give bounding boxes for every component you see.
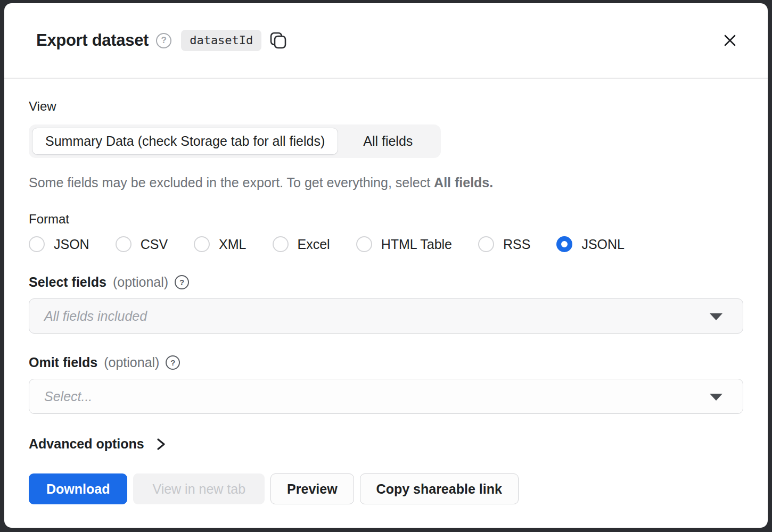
format-radio-csv[interactable]: CSV bbox=[116, 236, 168, 252]
export-dataset-modal: Export dataset ? datasetId View bbox=[4, 3, 768, 528]
format-label: Format bbox=[29, 212, 743, 227]
modal-title: Export dataset bbox=[36, 31, 149, 50]
view-option-label: Summary Data (check Storage tab for all … bbox=[45, 134, 325, 149]
format-radio-rss[interactable]: RSS bbox=[478, 236, 530, 252]
note-text: Some fields may be excluded in the expor… bbox=[29, 175, 434, 190]
title-help-icon[interactable]: ? bbox=[156, 33, 171, 48]
note-strong-text: All fields. bbox=[434, 175, 493, 190]
caret-down-icon bbox=[710, 313, 722, 320]
view-label: View bbox=[29, 99, 743, 114]
close-button[interactable] bbox=[720, 30, 740, 51]
chevron-right-icon bbox=[155, 437, 167, 452]
format-radio-html-table[interactable]: HTML Table bbox=[356, 236, 452, 252]
download-button[interactable]: Download bbox=[29, 473, 127, 504]
view-option-all-fields[interactable]: All fields bbox=[338, 128, 438, 155]
radio-icon bbox=[273, 236, 289, 252]
copy-icon bbox=[269, 31, 288, 50]
copy-dataset-id-button[interactable] bbox=[269, 31, 288, 50]
close-icon bbox=[722, 32, 738, 48]
select-fields-placeholder: All fields included bbox=[44, 309, 147, 324]
select-fields-optional: (optional) bbox=[113, 275, 168, 290]
modal-header: Export dataset ? datasetId bbox=[4, 3, 768, 79]
format-radio-group: JSON CSV XML Excel HTML Table RSS bbox=[29, 236, 743, 252]
select-fields-label-row: Select fields (optional) ? bbox=[29, 275, 743, 290]
radio-icon bbox=[194, 236, 210, 252]
select-fields-dropdown[interactable]: All fields included bbox=[29, 298, 743, 334]
radio-icon bbox=[478, 236, 494, 252]
advanced-options-label: Advanced options bbox=[29, 436, 144, 452]
view-in-new-tab-button[interactable]: View in new tab bbox=[133, 473, 265, 504]
radio-icon bbox=[356, 236, 372, 252]
dataset-id-badge: datasetId bbox=[181, 30, 261, 51]
format-radio-jsonl[interactable]: JSONL bbox=[556, 236, 625, 252]
modal-body: View Summary Data (check Storage tab for… bbox=[4, 79, 768, 504]
view-option-label: All fields bbox=[363, 134, 413, 149]
format-radio-xml[interactable]: XML bbox=[194, 236, 246, 252]
format-radio-excel[interactable]: Excel bbox=[273, 236, 330, 252]
select-fields-help-icon[interactable]: ? bbox=[175, 275, 189, 289]
view-segmented-control: Summary Data (check Storage tab for all … bbox=[29, 124, 441, 158]
omit-fields-label: Omit fields bbox=[29, 355, 97, 370]
omit-fields-help-icon[interactable]: ? bbox=[166, 355, 180, 370]
select-fields-label: Select fields bbox=[29, 275, 106, 290]
preview-button[interactable]: Preview bbox=[270, 473, 354, 504]
view-option-summary-data[interactable]: Summary Data (check Storage tab for all … bbox=[32, 128, 338, 155]
action-buttons-row: Download View in new tab Preview Copy sh… bbox=[29, 473, 743, 504]
view-note: Some fields may be excluded in the expor… bbox=[29, 175, 743, 190]
omit-fields-optional: (optional) bbox=[104, 355, 159, 370]
omit-fields-dropdown[interactable]: Select... bbox=[29, 379, 743, 414]
radio-icon bbox=[29, 236, 45, 252]
radio-icon bbox=[556, 236, 572, 252]
caret-down-icon bbox=[710, 394, 722, 401]
advanced-options-toggle[interactable]: Advanced options bbox=[29, 436, 167, 452]
omit-fields-label-row: Omit fields (optional) ? bbox=[29, 355, 743, 370]
format-radio-json[interactable]: JSON bbox=[29, 236, 89, 252]
omit-fields-placeholder: Select... bbox=[44, 389, 92, 404]
copy-shareable-link-button[interactable]: Copy shareable link bbox=[360, 473, 519, 504]
radio-icon bbox=[116, 236, 132, 252]
